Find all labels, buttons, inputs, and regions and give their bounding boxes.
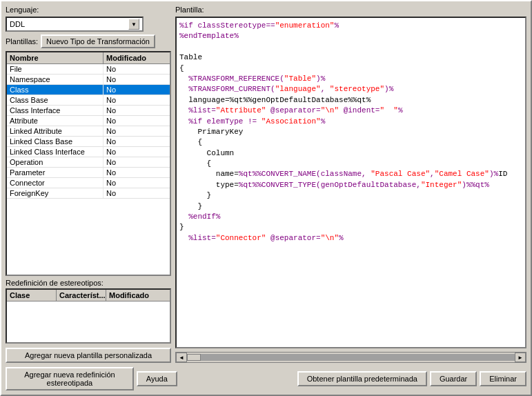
cell-name: Attribute	[7, 116, 104, 126]
cell-modified: No	[104, 188, 170, 198]
cell-name: Operation	[7, 157, 104, 167]
cell-modified: No	[104, 178, 170, 188]
header-modified: Modificado	[104, 52, 170, 63]
cell-name: Class Interface	[7, 106, 104, 115]
stereotypes-label: Redefinición de estereotipos:	[6, 279, 171, 287]
cell-modified: No	[104, 106, 170, 115]
table-row[interactable]: ForeignKey No	[7, 188, 170, 199]
code-line: %list="Attribute" @separator="\n" @inden…	[179, 106, 522, 116]
stereotype-header: Clase Característ... Modificado	[7, 290, 170, 301]
add-template-button[interactable]: Agregar nueva plantilla personalizada	[6, 348, 171, 363]
stereo-col-clase: Clase	[7, 290, 57, 301]
language-combo[interactable]: DDL ▼	[6, 17, 144, 32]
top-area: Lenguaje: DDL ▼ Plantillas: Nuevo Tipo d…	[6, 6, 526, 363]
table-body: File No Namespace No Class No Class Base…	[7, 64, 170, 199]
code-line: }	[179, 222, 522, 232]
code-line: %TRANSFORM_CURRENT("language", "stereoty…	[179, 84, 522, 95]
plantillas-row: Plantillas: Nuevo Tipo de Transformación	[6, 34, 171, 48]
table-row[interactable]: Namespace No	[7, 75, 170, 85]
cell-modified: No	[104, 137, 170, 146]
combo-arrow-icon[interactable]: ▼	[128, 19, 139, 30]
cell-name: ForeignKey	[7, 188, 104, 198]
cell-modified: No	[104, 126, 170, 136]
code-line: }	[179, 201, 522, 212]
table-row[interactable]: File No	[7, 64, 170, 75]
cell-name: Parameter	[7, 168, 104, 177]
cell-name: Connector	[7, 178, 104, 188]
language-row: Lenguaje:	[6, 6, 171, 14]
horizontal-scrollbar[interactable]: ◄ ►	[175, 352, 526, 363]
code-line: type=%qt%%CONVERT_TYPE(genOptDefaultData…	[179, 180, 522, 190]
code-editor[interactable]: %if classStereotype=="enumeration"%%endT…	[175, 17, 526, 348]
cell-name: Linked Attribute	[7, 126, 104, 136]
code-line: language=%qt%%genOptDefaultDatabase%%qt%	[179, 95, 522, 106]
templates-table-container[interactable]: Nombre Modificado File No Namespace No C…	[6, 51, 171, 276]
cell-name: Namespace	[7, 75, 104, 84]
table-header: Nombre Modificado	[7, 52, 170, 64]
table-row[interactable]: Linked Attribute No	[7, 126, 170, 137]
table-row[interactable]: Parameter No	[7, 168, 170, 178]
table-row[interactable]: Operation No	[7, 157, 170, 168]
stereo-col-mod: Modificado	[106, 290, 170, 301]
get-default-button[interactable]: Obtener plantilla predeterminada	[297, 371, 427, 386]
table-row[interactable]: Class No	[7, 85, 170, 95]
main-dialog: Lenguaje: DDL ▼ Plantillas: Nuevo Tipo d…	[0, 0, 532, 396]
plantillas-label: Plantillas:	[6, 37, 38, 46]
scroll-right-btn[interactable]: ►	[515, 353, 526, 362]
code-line: %list="Connector" @separator="\n"%	[179, 233, 522, 244]
code-line: PrimaryKey	[179, 127, 522, 137]
plantilla-label: Plantilla:	[175, 6, 526, 14]
code-line: %if elemType != "Association"%	[179, 117, 522, 127]
code-line: {	[179, 63, 522, 74]
code-line: %endTemplate%	[179, 31, 522, 41]
table-row[interactable]: Linked Class Interface No	[7, 147, 170, 157]
add-template-row: Agregar nueva plantilla personalizada	[6, 346, 171, 363]
table-row[interactable]: Class Interface No	[7, 106, 170, 116]
new-type-button[interactable]: Nuevo Tipo de Transformación	[41, 34, 155, 48]
footer-row: Agregar nueva redefinición estereotipada…	[6, 366, 526, 390]
stereotypes-section: Redefinición de estereotipos: Clase Cara…	[6, 279, 171, 344]
cell-name: Linked Class Interface	[7, 147, 104, 157]
cell-name: Linked Class Base	[7, 137, 104, 146]
language-label: Lenguaje:	[6, 6, 39, 14]
help-button[interactable]: Ayuda	[137, 371, 177, 386]
left-panel: Lenguaje: DDL ▼ Plantillas: Nuevo Tipo d…	[6, 6, 171, 363]
code-line: Table	[179, 52, 522, 63]
scroll-thumb[interactable]	[187, 354, 201, 361]
table-row[interactable]: Attribute No	[7, 116, 170, 126]
table-row[interactable]: Connector No	[7, 178, 170, 188]
code-line: %if classStereotype=="enumeration"%	[179, 21, 522, 31]
language-value: DDL	[10, 20, 25, 28]
cell-modified: No	[104, 157, 170, 167]
delete-button[interactable]: Eliminar	[480, 371, 526, 386]
table-row[interactable]: Linked Class Base No	[7, 137, 170, 147]
table-row[interactable]: Class Base No	[7, 95, 170, 106]
cell-name: File	[7, 64, 104, 74]
code-line: %endIf%	[179, 212, 522, 222]
cell-modified: No	[104, 64, 170, 74]
scroll-left-btn[interactable]: ◄	[176, 353, 187, 362]
code-line: }	[179, 190, 522, 201]
stereo-col-caract: Característ...	[57, 290, 106, 301]
stereotypes-table[interactable]: Clase Característ... Modificado	[6, 288, 171, 344]
cell-name: Class Base	[7, 95, 104, 105]
header-name: Nombre	[7, 52, 104, 63]
cell-name: Class	[7, 85, 104, 95]
save-button[interactable]: Guardar	[430, 371, 477, 386]
cell-modified: No	[104, 168, 170, 177]
language-combo-row: DDL ▼	[6, 17, 171, 32]
code-line: Column	[179, 148, 522, 159]
cell-modified: No	[104, 147, 170, 157]
cell-modified: No	[104, 85, 170, 95]
scroll-track[interactable]	[187, 354, 515, 361]
code-line: %TRANSFORM_REFERENCE("Table")%	[179, 74, 522, 84]
cell-modified: No	[104, 116, 170, 126]
code-line: {	[179, 159, 522, 169]
code-line: name=%qt%%CONVERT_NAME(className, "Pasca…	[179, 169, 522, 179]
code-line: {	[179, 137, 522, 148]
cell-modified: No	[104, 75, 170, 84]
code-line	[179, 42, 522, 52]
cell-modified: No	[104, 95, 170, 105]
right-panel: Plantilla: %if classStereotype=="enumera…	[175, 6, 526, 363]
add-redef-button[interactable]: Agregar nueva redefinición estereotipada	[6, 367, 134, 390]
